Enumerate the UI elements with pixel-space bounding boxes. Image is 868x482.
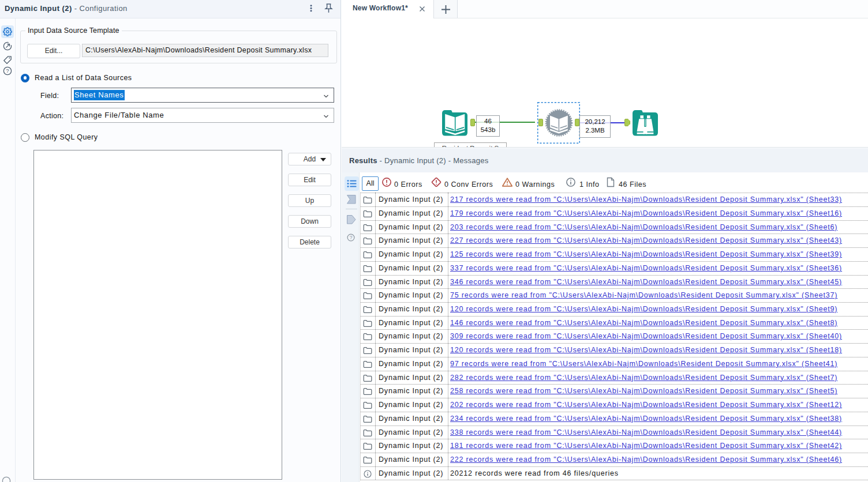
svg-text:?: ? <box>350 235 353 240</box>
svg-text:?: ? <box>6 67 9 74</box>
